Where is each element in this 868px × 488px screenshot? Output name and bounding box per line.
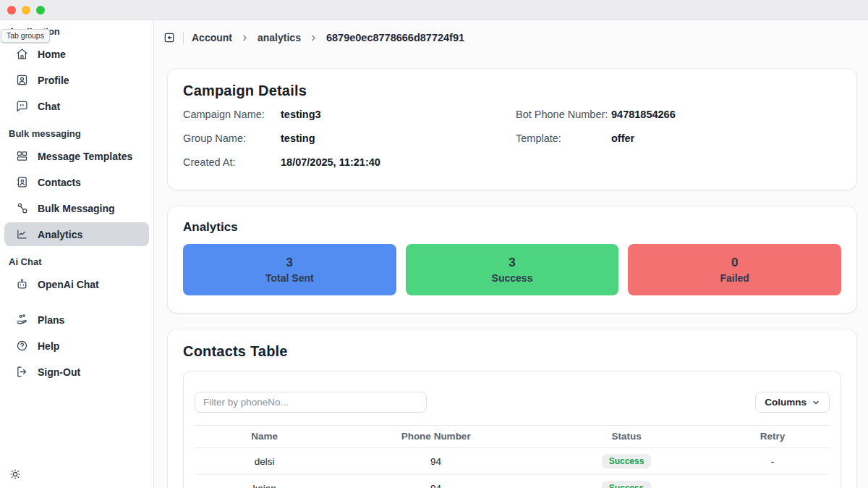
phone-filter-input[interactable]: [195, 392, 427, 413]
status-badge: Success: [602, 454, 652, 468]
main-area: Account analytics 6879e0ec8778666d87724f…: [154, 20, 868, 488]
columns-dropdown-button[interactable]: Columns: [755, 392, 830, 413]
field-label: Template:: [516, 132, 611, 144]
sun-icon: [9, 468, 21, 480]
theme-toggle-button[interactable]: [9, 468, 21, 480]
contacts-table: Name Phone Number Status Retry delsi 94: [195, 425, 830, 488]
sidebar-item-profile[interactable]: Profile: [4, 68, 149, 92]
sidebar-item-sign-out[interactable]: Sign-Out: [4, 360, 149, 384]
sidebar-item-label: Chat: [38, 101, 60, 112]
plans-icon: [16, 314, 28, 326]
field-label: Created At:: [183, 156, 281, 168]
breadcrumb-divider: [183, 32, 184, 44]
stat-value: 3: [509, 256, 515, 270]
home-icon: [16, 48, 28, 60]
field-label: Bot Phone Number:: [516, 109, 611, 120]
templates-icon: [16, 150, 28, 162]
field-group-name: Group Name: testing: [183, 132, 509, 156]
sidebar-item-help[interactable]: Help: [4, 334, 149, 358]
minimize-window-button[interactable]: [22, 6, 30, 14]
sidebar-item-chat[interactable]: Chat: [4, 94, 149, 118]
close-window-button[interactable]: [7, 6, 16, 14]
breadcrumb-account[interactable]: Account: [192, 32, 232, 43]
cell-retry: -: [715, 448, 830, 475]
sidebar-item-label: Message Templates: [38, 151, 132, 162]
stat-value: 3: [286, 256, 293, 270]
tab-groups-tooltip: Tab groups: [1, 29, 50, 43]
cell-retry: -: [715, 475, 830, 488]
sidebar-item-bulk-messaging[interactable]: Bulk Messaging: [4, 196, 149, 220]
campaign-details-title: Campaign Details: [183, 83, 841, 99]
signout-icon: [16, 366, 28, 378]
chevron-right-icon: [240, 33, 250, 43]
sidebar-footer-group: Plans Help Sign-Out: [0, 308, 153, 384]
field-template: Template: offer: [516, 132, 841, 156]
cell-phone: 94: [334, 475, 537, 488]
cell-name: delsi: [195, 448, 334, 475]
field-value: 94781854266: [611, 109, 676, 120]
breadcrumb-bar: Account analytics 6879e0ec8778666d87724f…: [154, 20, 868, 49]
sidebar: Tab groups Application Home Profile Chat…: [0, 20, 154, 488]
status-badge: Success: [602, 481, 652, 488]
sidebar-item-label: Profile: [38, 75, 69, 86]
field-value: testing3: [281, 109, 321, 120]
chevron-down-icon: [812, 398, 820, 407]
campaign-details-right-column: Bot Phone Number: 94781854266 Template: …: [516, 109, 841, 180]
stat-label: Success: [492, 272, 533, 284]
contacts-table-card: Contacts Table Columns: [168, 329, 856, 488]
stat-label: Total Sent: [265, 272, 314, 284]
column-header-phone: Phone Number: [334, 426, 537, 448]
section-heading-bulk-messaging: Bulk messaging: [0, 128, 153, 139]
sidebar-item-label: Bulk Messaging: [38, 203, 115, 214]
window-titlebar: [0, 0, 868, 20]
cell-name: kajan: [195, 475, 334, 488]
field-campaign-name: Campaign Name: testing3: [183, 109, 509, 132]
sidebar-item-label: Help: [38, 340, 59, 352]
maximize-window-button[interactable]: [36, 6, 45, 14]
sidebar-item-contacts[interactable]: Contacts: [4, 170, 149, 194]
bulk-messaging-icon: [16, 202, 28, 214]
sidebar-toggle-button[interactable]: [163, 32, 175, 43]
table-header-row: Name Phone Number Status Retry: [195, 426, 830, 448]
table-row: delsi 94 Success -: [195, 448, 830, 475]
contacts-table-title: Contacts Table: [183, 343, 841, 360]
sidebar-item-label: Analytics: [38, 229, 82, 240]
stat-success: 3 Success: [406, 244, 619, 295]
sidebar-item-message-templates[interactable]: Message Templates: [4, 144, 149, 168]
stat-value: 0: [731, 256, 738, 270]
cell-status: Success: [537, 475, 715, 488]
stat-failed: 0 Failed: [628, 244, 841, 295]
field-created-at: Created At: 18/07/2025, 11:21:40: [183, 156, 509, 180]
breadcrumb-campaign-id: 6879e0ec8778666d87724f91: [326, 32, 464, 43]
field-value: offer: [611, 132, 634, 144]
sidebar-item-plans[interactable]: Plans: [4, 308, 149, 332]
stat-label: Failed: [720, 272, 749, 284]
sidebar-item-analytics[interactable]: Analytics: [4, 222, 149, 246]
sidebar-item-label: Sign-Out: [38, 366, 80, 378]
sidebar-item-label: Contacts: [38, 177, 81, 188]
column-header-retry: Retry: [715, 426, 830, 448]
table-row: kajan 94 Success -: [195, 475, 830, 488]
campaign-details-card: Campaign Details Campaign Name: testing3…: [168, 69, 856, 190]
cell-phone: 94: [334, 448, 537, 475]
field-label: Group Name:: [183, 132, 281, 144]
user-icon: [16, 74, 28, 86]
sidebar-item-label: Home: [38, 49, 66, 60]
campaign-details-left-column: Campaign Name: testing3 Group Name: test…: [183, 109, 509, 180]
field-label: Campaign Name:: [183, 109, 281, 120]
cell-status: Success: [537, 448, 715, 475]
field-value: testing: [281, 132, 315, 144]
panel-collapse-icon: [163, 32, 175, 43]
field-bot-phone-number: Bot Phone Number: 94781854266: [516, 109, 841, 132]
sidebar-item-label: Plans: [38, 314, 64, 326]
analytics-card: Analytics 3 Total Sent 3 Success 0 Faile…: [168, 206, 856, 313]
stat-total-sent: 3 Total Sent: [183, 244, 396, 295]
page-content: Campaign Details Campaign Name: testing3…: [154, 49, 868, 488]
contacts-table-container: Columns Name Phone Number St: [183, 371, 841, 488]
sidebar-item-home[interactable]: Home: [4, 42, 149, 66]
bot-icon: [16, 278, 28, 290]
sidebar-item-openai-chat[interactable]: OpenAi Chat: [4, 272, 149, 296]
breadcrumb-analytics[interactable]: analytics: [258, 32, 301, 43]
column-header-status: Status: [537, 426, 715, 448]
contacts-icon: [16, 176, 28, 188]
